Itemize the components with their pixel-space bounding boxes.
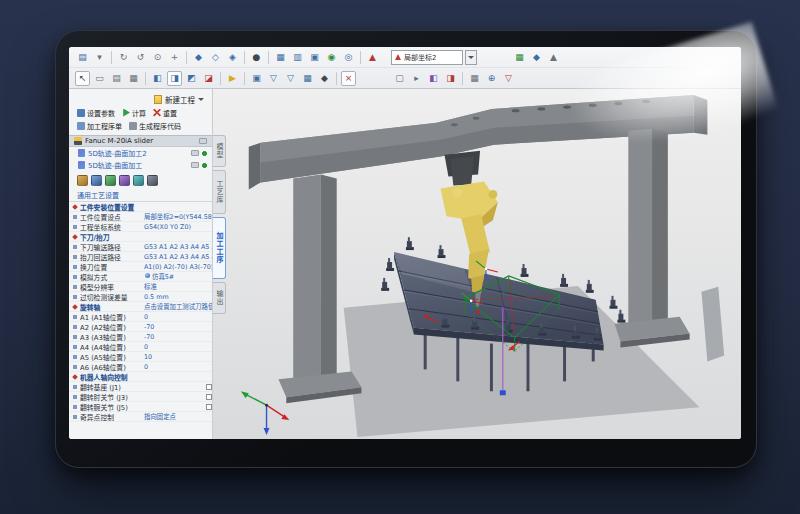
tab-operations[interactable]: 加工工序 [213, 217, 226, 279]
funnel-icon[interactable]: ▽ [501, 71, 516, 86]
row-singularity[interactable]: 奇异点控制 指向固定点 [69, 412, 212, 422]
toolpath-new-icon[interactable]: ◧ [150, 71, 165, 86]
viewport-3d[interactable] [227, 89, 741, 439]
coords-tool-icon[interactable] [77, 175, 88, 186]
toolpath-icon[interactable]: ▣ [307, 50, 322, 65]
toolbar-separator[interactable] [336, 72, 337, 85]
toolpath-edit-icon[interactable]: ◨ [167, 71, 182, 86]
tool-lib-icon[interactable] [91, 175, 102, 186]
scene-tree-icon[interactable]: ▤ [75, 50, 90, 65]
filter-b-icon[interactable]: ▽ [283, 71, 298, 86]
row-robot-axes-header[interactable]: 机器人轴向控制 [69, 372, 212, 382]
print-icon[interactable]: ▦ [126, 71, 141, 86]
checkbox[interactable] [206, 394, 212, 400]
process-settings-link[interactable]: 通用工艺设置 [69, 188, 212, 199]
rotate-view-icon[interactable]: ↺ [133, 50, 148, 65]
row-model-resolution[interactable]: 模型分辨率 标准 [69, 282, 212, 292]
row-a5[interactable]: A5 (A5轴位置) 10 [69, 352, 212, 362]
row-retract-path[interactable]: 抬刀回送路径 G53 A1 A2 A3 A4 A5 A [69, 252, 212, 262]
coordinate-system-dropdown[interactable]: 局部坐标2 [391, 50, 463, 65]
row-toolchange-position[interactable]: 换刀位置 A1(0) A2(-70) A3(-70) [69, 262, 212, 272]
shaded-view-icon[interactable]: ◆ [191, 50, 206, 65]
row-a2[interactable]: A2 (A2轴位置) -70 [69, 322, 212, 332]
reset-button[interactable]: 重置 [153, 108, 177, 118]
toolpath-delete-icon[interactable]: ◪ [201, 71, 216, 86]
generate-code-button[interactable]: 生成程序代码 [129, 121, 181, 131]
new-project-button[interactable]: 新建工程 [154, 94, 212, 105]
caret-small-icon[interactable]: ▸ [409, 71, 424, 86]
post-doc-a-icon[interactable]: ◧ [426, 71, 441, 86]
program-list-button[interactable]: 加工程序单 [77, 121, 122, 131]
row-a3[interactable]: A3 (A3轴位置) -70 [69, 332, 212, 342]
calculate-button[interactable]: 计算 [122, 108, 146, 118]
zoom-icon[interactable]: ⊙ [150, 50, 165, 65]
filter-a-icon[interactable]: ▽ [266, 71, 281, 86]
row-flip-base[interactable]: 翻转基座 (J1) [69, 382, 212, 392]
pdf-export-icon[interactable]: ▲ [365, 50, 380, 65]
screen-capture-icon[interactable]: ▦ [467, 71, 482, 86]
simulate-tool-icon[interactable] [105, 175, 116, 186]
material-sphere-icon[interactable]: ● [249, 50, 264, 65]
toolbar-separator[interactable] [244, 72, 245, 85]
row-rotary-axis-header[interactable]: 旋转轴 点击设置加工测试刀路值 [69, 302, 212, 312]
simulate-machine-icon[interactable]: ▣ [249, 71, 264, 86]
toolpath-copy-icon[interactable]: ◩ [184, 71, 199, 86]
measure-tool-icon[interactable] [133, 175, 144, 186]
tab-output[interactable]: 输出 [213, 282, 226, 314]
tree-root-robot[interactable]: Fanuc M-20iA slider [69, 135, 212, 147]
layers-icon[interactable]: ▤ [109, 71, 124, 86]
visibility-icon[interactable] [191, 150, 199, 156]
pick-point-icon[interactable]: ▶ [225, 71, 240, 86]
collision-check-icon[interactable]: ◎ [341, 50, 356, 65]
edges-view-icon[interactable]: ◈ [225, 50, 240, 65]
tree-item-surface-op-1[interactable]: 5D轨迹-曲面加工 [69, 159, 212, 171]
fixture-tool-icon[interactable] [119, 175, 130, 186]
visibility-icon[interactable] [191, 162, 199, 168]
toolbar-separator[interactable] [186, 51, 187, 64]
row-plunge-retract-header[interactable]: 下刀/抬刀 [69, 232, 212, 242]
row-a6[interactable]: A6 (A6轴位置) 0 [69, 362, 212, 372]
doc-export-icon[interactable]: ▢ [392, 71, 407, 86]
post-process-icon[interactable]: ◆ [317, 71, 332, 86]
row-flip-wrist[interactable]: 翻转腕关节 (J5) [69, 402, 212, 412]
toolbar-separator[interactable] [360, 51, 361, 64]
select-arrow-icon[interactable]: ↖ [75, 71, 90, 86]
caret-icon[interactable]: ▾ [92, 50, 107, 65]
orbit-view-icon[interactable]: ↻ [116, 50, 131, 65]
checkbox[interactable] [206, 384, 212, 390]
row-plunge-path[interactable]: 下刀输送路径 G53 A1 A2 A3 A4 A5 A [69, 242, 212, 252]
tab-process-lib[interactable]: 工艺库 [213, 170, 226, 214]
cloud-icon[interactable]: ▲ [546, 50, 561, 65]
tools-icon[interactable]: ◆ [529, 50, 544, 65]
gantry-right-column[interactable] [614, 129, 689, 348]
toolbar-separator[interactable] [111, 51, 112, 64]
network-icon[interactable]: ⊕ [484, 71, 499, 86]
row-workpiece-position[interactable]: 工件位置设点 局部坐标2=0(Y544.582 [69, 212, 212, 222]
box-select-icon[interactable]: ▭ [92, 71, 107, 86]
tree-item-surface-op-2[interactable]: 5D轨迹-曲面加工2 [69, 147, 212, 159]
nc-list-icon[interactable]: ▦ [300, 71, 315, 86]
row-flip-elbow[interactable]: 翻转肘关节 (J3) [69, 392, 212, 402]
output-tool-icon[interactable] [147, 175, 158, 186]
toolbar-separator[interactable] [220, 72, 221, 85]
toolbar-separator[interactable] [268, 51, 269, 64]
machine-setup-icon[interactable]: ▦ [273, 50, 288, 65]
verify-icon[interactable]: ◉ [324, 50, 339, 65]
stock-setup-icon[interactable]: ▥ [290, 50, 305, 65]
toolbar-separator[interactable] [244, 51, 245, 64]
gantry-left-column[interactable] [278, 175, 361, 404]
checkbox[interactable] [206, 404, 212, 410]
row-a4[interactable]: A4 (A4轴位置) 0 [69, 342, 212, 352]
visibility-icon[interactable] [199, 138, 207, 144]
robot-axes-icon[interactable]: × [341, 71, 356, 86]
row-gouge-tolerance[interactable]: 过切检测误差量 0.5 mm [69, 292, 212, 302]
dropdown-caret-icon[interactable] [465, 50, 477, 65]
wireframe-view-icon[interactable]: ◇ [208, 50, 223, 65]
row-work-coordinate[interactable]: 工程坐标系统 G54(X0 Y0 Z0) [69, 222, 212, 232]
row-sim-mode[interactable]: 模拟方式 仿真5# [69, 272, 212, 282]
toolbar-separator[interactable] [462, 72, 463, 85]
row-workpiece-install-header[interactable]: 工件安装位置设置 [69, 202, 212, 212]
tab-model[interactable]: 模型 [213, 135, 226, 167]
toolbar-separator[interactable] [145, 72, 146, 85]
image-export-icon[interactable]: ▦ [512, 50, 527, 65]
